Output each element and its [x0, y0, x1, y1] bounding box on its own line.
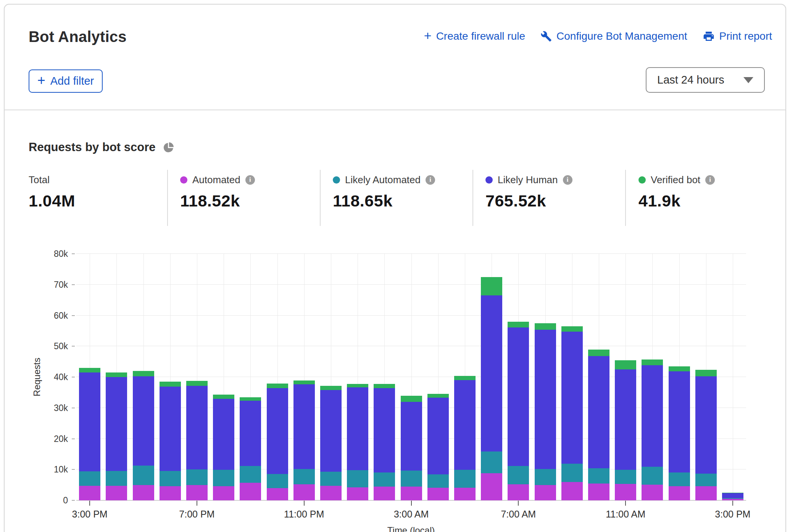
- x-tick-label: 3:00 PM: [715, 509, 750, 520]
- bar-segment-likely-human: [588, 356, 609, 468]
- bar-segment-verified-bot: [133, 371, 154, 376]
- bar-segment-verified-bot: [213, 395, 234, 398]
- chart-plot-area: [76, 254, 746, 500]
- bar-6:00 AM[interactable]: [478, 254, 505, 500]
- bar-segment-likely-human: [695, 376, 717, 474]
- x-tick-mark: [625, 501, 626, 506]
- bar-segment-likely-automated: [347, 470, 368, 487]
- bar-segment-automated: [427, 488, 449, 500]
- bar-segment-automated: [615, 484, 636, 500]
- bar-segment-automated: [293, 484, 315, 500]
- bar-9:00 PM[interactable]: [237, 254, 264, 500]
- stacked-bar: [293, 380, 315, 500]
- y-tick-label: 70k: [37, 280, 68, 290]
- bar-segment-likely-automated: [160, 471, 181, 486]
- stat-divider: [472, 170, 473, 226]
- x-tick-mark: [732, 501, 733, 506]
- stacked-bar: [160, 382, 181, 500]
- bar-11:00 PM[interactable]: [291, 254, 318, 500]
- stacked-bar: [267, 384, 288, 500]
- bar-segment-verified-bot: [186, 381, 208, 386]
- bar-12:00 PM[interactable]: [639, 254, 666, 500]
- y-tick-label: 30k: [37, 403, 68, 413]
- bar-12:00 AM[interactable]: [318, 254, 344, 500]
- bar-2:00 PM[interactable]: [693, 254, 719, 500]
- bar-10:00 AM[interactable]: [585, 254, 612, 500]
- bar-9:00 AM[interactable]: [559, 254, 585, 500]
- create-firewall-rule-label: Create firewall rule: [436, 30, 525, 42]
- x-axis-title: Time (local): [387, 525, 435, 532]
- bar-segment-verified-bot: [642, 360, 663, 365]
- bar-5:00 PM[interactable]: [130, 254, 156, 500]
- plus-icon: +: [37, 74, 45, 87]
- bar-segment-automated: [454, 488, 476, 500]
- time-range-select[interactable]: Last 24 hours: [646, 67, 765, 93]
- pie-chart-icon: [162, 141, 175, 154]
- stacked-bar: [615, 360, 636, 500]
- bar-11:00 AM[interactable]: [612, 254, 639, 500]
- stat-total-label: Total: [29, 174, 50, 186]
- x-tick-mark: [197, 501, 197, 506]
- info-icon[interactable]: i: [705, 175, 715, 185]
- plus-icon: +: [424, 29, 432, 42]
- bar-6:00 PM[interactable]: [157, 254, 184, 500]
- stat-likely-automated-label: Likely Automated: [345, 174, 421, 186]
- info-icon[interactable]: i: [563, 175, 572, 185]
- y-tick-mark: [72, 377, 75, 377]
- add-filter-button[interactable]: + Add filter: [29, 69, 103, 93]
- bar-segment-likely-automated: [401, 471, 422, 487]
- bar-4:00 PM[interactable]: [103, 254, 130, 500]
- bar-segment-likely-automated: [79, 471, 100, 486]
- stacked-bar: [561, 326, 583, 500]
- bar-segment-likely-automated: [106, 471, 127, 486]
- stacked-bar: [240, 397, 261, 500]
- stacked-bar: [347, 384, 368, 500]
- bar-segment-likely-automated: [293, 469, 315, 484]
- stacked-bar: [186, 381, 208, 500]
- bar-segment-verified-bot: [669, 366, 690, 372]
- bar-segment-automated: [722, 499, 743, 500]
- bar-3:00 AM[interactable]: [398, 254, 424, 500]
- bar-segment-automated: [240, 483, 261, 500]
- bar-segment-likely-automated: [454, 470, 476, 488]
- bar-8:00 AM[interactable]: [532, 254, 558, 500]
- bar-7:00 AM[interactable]: [505, 254, 532, 500]
- bar-segment-likely-automated: [186, 469, 208, 485]
- bar-segment-likely-automated: [535, 469, 556, 485]
- bar-segment-verified-bot: [267, 384, 288, 388]
- bar-segment-likely-automated: [267, 474, 288, 488]
- bar-segment-likely-automated: [695, 474, 717, 486]
- bar-4:00 AM[interactable]: [425, 254, 451, 500]
- bar-5:00 AM[interactable]: [451, 254, 478, 500]
- x-tick-label: 7:00 PM: [179, 509, 214, 520]
- chevron-down-icon: [743, 77, 753, 83]
- bar-10:00 PM[interactable]: [264, 254, 290, 500]
- bar-segment-likely-automated: [320, 472, 342, 486]
- stat-likely-human-label: Likely Human: [498, 174, 558, 186]
- x-tick-mark: [304, 501, 305, 506]
- x-tick-label: 7:00 AM: [501, 509, 536, 520]
- bar-3:00 PM[interactable]: [719, 254, 746, 500]
- likely-automated-legend-dot: [333, 176, 340, 184]
- stat-automated-value: 118.52k: [180, 192, 255, 210]
- bar-1:00 PM[interactable]: [666, 254, 692, 500]
- bar-segment-verified-bot: [374, 384, 395, 388]
- bar-segment-verified-bot: [160, 382, 181, 387]
- print-report-link[interactable]: Print report: [703, 30, 772, 42]
- wrench-icon: [540, 31, 552, 42]
- configure-bot-management-link[interactable]: Configure Bot Management: [540, 30, 687, 42]
- bar-2:00 AM[interactable]: [371, 254, 398, 500]
- bar-segment-automated: [186, 485, 208, 500]
- create-firewall-rule-link[interactable]: + Create firewall rule: [424, 30, 525, 43]
- stat-likely-human-value: 765.52k: [485, 192, 572, 210]
- y-tick-label: 0: [37, 495, 68, 506]
- info-icon[interactable]: i: [426, 175, 435, 185]
- stat-likely-automated-value: 118.65k: [333, 192, 435, 210]
- bar-segment-likely-human: [320, 390, 342, 472]
- bar-3:00 PM[interactable]: [76, 254, 103, 500]
- bar-8:00 PM[interactable]: [210, 254, 237, 500]
- info-icon[interactable]: i: [245, 175, 255, 185]
- bar-1:00 AM[interactable]: [344, 254, 371, 500]
- bar-segment-likely-automated: [240, 466, 261, 483]
- bar-7:00 PM[interactable]: [184, 254, 210, 500]
